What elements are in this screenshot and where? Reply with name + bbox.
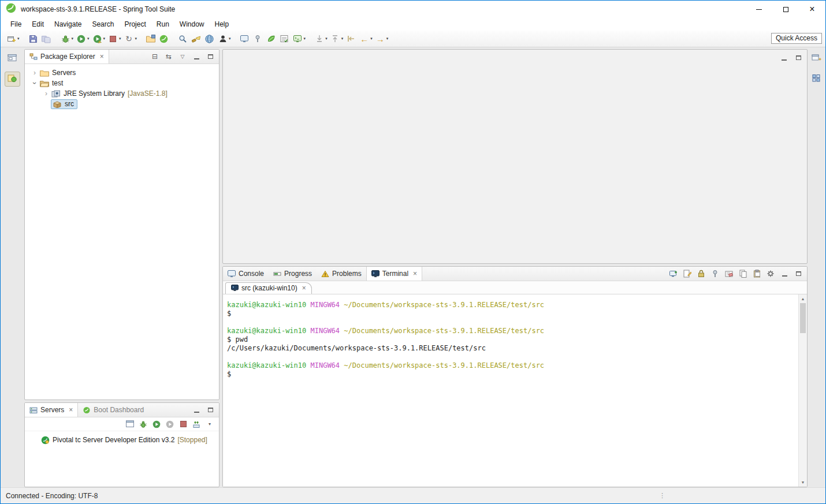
dropdown-icon[interactable]: ▾ — [386, 36, 389, 41]
spring-leaf-button[interactable] — [265, 33, 278, 45]
maximize-editor-button[interactable] — [794, 53, 803, 62]
scroll-up-icon[interactable]: ▲ — [799, 294, 807, 303]
stop-server-icon[interactable] — [178, 419, 188, 429]
dropdown-icon[interactable]: ▾ — [87, 36, 90, 41]
dropdown-icon[interactable]: ▾ — [119, 36, 121, 41]
user-button[interactable]: ▾ — [216, 33, 232, 45]
maximize-window-button[interactable] — [772, 1, 799, 18]
profile-server-icon[interactable] — [165, 419, 174, 429]
tree-item-src[interactable]: src — [25, 99, 219, 109]
start-server-icon[interactable] — [152, 419, 161, 429]
new-terminal-icon[interactable] — [669, 269, 678, 279]
menu-search[interactable]: Search — [87, 19, 119, 29]
terminal-scrollbar[interactable]: ▲ ▼ — [798, 294, 807, 487]
run-button[interactable]: ▾ — [75, 33, 91, 45]
close-icon[interactable]: × — [69, 406, 73, 413]
last-edit-location-button[interactable] — [344, 33, 358, 45]
next-annotation-button[interactable]: ▾ — [312, 33, 329, 45]
tab-problems[interactable]: Problems — [317, 267, 366, 281]
forward-button[interactable]: → ▾ — [374, 33, 390, 45]
tree-item-servers[interactable]: › Servers — [25, 68, 219, 78]
minimize-view-button[interactable] — [192, 405, 201, 415]
open-console-button[interactable] — [238, 33, 251, 45]
stop-button[interactable]: ▾ — [106, 33, 122, 45]
dropdown-icon[interactable]: ▾ — [304, 36, 306, 41]
spring-explorer-button[interactable] — [5, 72, 20, 87]
chevron-down-icon[interactable]: › — [30, 80, 39, 87]
view-menu-icon[interactable]: ▽ — [178, 52, 187, 62]
menu-run[interactable]: Run — [151, 19, 174, 29]
copy-icon[interactable] — [738, 269, 747, 279]
scroll-down-icon[interactable]: ▼ — [799, 478, 807, 487]
menu-edit[interactable]: Edit — [27, 19, 49, 29]
servers-overflow-icon[interactable]: ▾ — [205, 419, 214, 429]
open-perspective-button[interactable] — [809, 51, 824, 66]
scroll-lock-icon[interactable] — [697, 269, 706, 279]
close-icon[interactable]: × — [413, 270, 417, 277]
chevron-right-icon[interactable]: › — [30, 69, 39, 76]
dropdown-icon[interactable]: ▾ — [135, 36, 137, 41]
save-all-button[interactable] — [40, 33, 53, 45]
paste-icon[interactable] — [752, 269, 761, 279]
menu-help[interactable]: Help — [210, 19, 235, 29]
dropdown-icon[interactable]: ▾ — [17, 36, 20, 41]
selected-tree-item[interactable]: src — [51, 99, 77, 109]
web-browser-button[interactable] — [203, 33, 216, 45]
debug-server-icon[interactable] — [139, 419, 148, 429]
dropdown-icon[interactable]: ▾ — [325, 36, 328, 41]
status-grip-icon[interactable]: ⋮ — [659, 492, 665, 499]
maximize-view-button[interactable] — [794, 269, 803, 279]
save-button[interactable] — [27, 33, 40, 45]
pin-editor-button[interactable] — [251, 33, 265, 45]
clear-terminal-icon[interactable] — [724, 269, 734, 279]
scrollbar-thumb[interactable] — [800, 303, 806, 333]
close-icon[interactable]: × — [100, 53, 104, 60]
minimize-window-button[interactable] — [746, 1, 772, 18]
open-type-button[interactable] — [176, 33, 189, 45]
tab-servers[interactable]: Servers × — [25, 403, 78, 417]
tab-package-explorer[interactable]: Package Explorer × — [25, 50, 109, 64]
new-server-icon[interactable] — [125, 419, 135, 429]
dropdown-icon[interactable]: ▾ — [72, 36, 74, 41]
maximize-view-button[interactable] — [206, 405, 215, 415]
menu-file[interactable]: File — [5, 19, 27, 29]
minimize-view-button[interactable] — [192, 52, 201, 62]
menu-project[interactable]: Project — [119, 19, 151, 29]
back-button[interactable]: ← ▾ — [358, 33, 374, 45]
terminal-settings-icon[interactable] — [766, 269, 775, 279]
close-window-button[interactable]: × — [799, 1, 825, 18]
chevron-right-icon[interactable]: › — [42, 90, 51, 97]
profile-button[interactable]: ▾ — [91, 33, 107, 45]
dropdown-icon[interactable]: ▾ — [229, 36, 231, 41]
search-button[interactable] — [189, 33, 203, 45]
relaunch-button[interactable]: ↻ ▾ — [122, 33, 139, 45]
collapse-all-icon[interactable]: ⊟ — [150, 52, 159, 62]
dropdown-icon[interactable]: ▾ — [103, 36, 106, 41]
tree-item-jre-system-library[interactable]: › JRE System Library [JavaSE-1.8] — [25, 88, 219, 99]
menu-navigate[interactable]: Navigate — [49, 19, 87, 29]
spring-cli-button[interactable]: ▾ — [291, 33, 307, 45]
tab-console[interactable]: Console — [223, 267, 269, 281]
dropdown-icon[interactable]: ▾ — [370, 36, 373, 41]
maximize-view-button[interactable] — [206, 52, 215, 62]
spring-perspective-button[interactable] — [809, 72, 824, 87]
menu-window[interactable]: Window — [174, 19, 210, 29]
pin-terminal-icon[interactable] — [710, 269, 720, 279]
minimize-view-button[interactable] — [780, 269, 789, 279]
new-wizard-button[interactable]: ▾ — [5, 33, 21, 45]
previous-annotation-button[interactable]: ▾ — [329, 33, 345, 45]
server-item[interactable]: Pivotal tc Server Developer Edition v3.2… — [25, 434, 219, 446]
tree-item-test[interactable]: › test — [25, 78, 219, 88]
dropdown-icon[interactable]: ▾ — [341, 36, 344, 41]
publish-server-icon[interactable] — [192, 419, 201, 429]
close-icon[interactable]: × — [302, 285, 306, 292]
new-spring-project-button[interactable] — [157, 33, 170, 45]
editor-area[interactable] — [222, 49, 808, 264]
debug-button[interactable]: ▾ — [59, 33, 75, 45]
minimize-editor-button[interactable] — [779, 53, 788, 62]
quick-access-button[interactable]: Quick Access — [771, 33, 822, 44]
link-with-editor-icon[interactable]: ⇆ — [164, 52, 173, 62]
tab-boot-dashboard[interactable]: Boot Dashboard — [78, 403, 148, 417]
restore-view-button[interactable] — [5, 51, 20, 66]
tab-progress[interactable]: Progress — [269, 267, 317, 281]
